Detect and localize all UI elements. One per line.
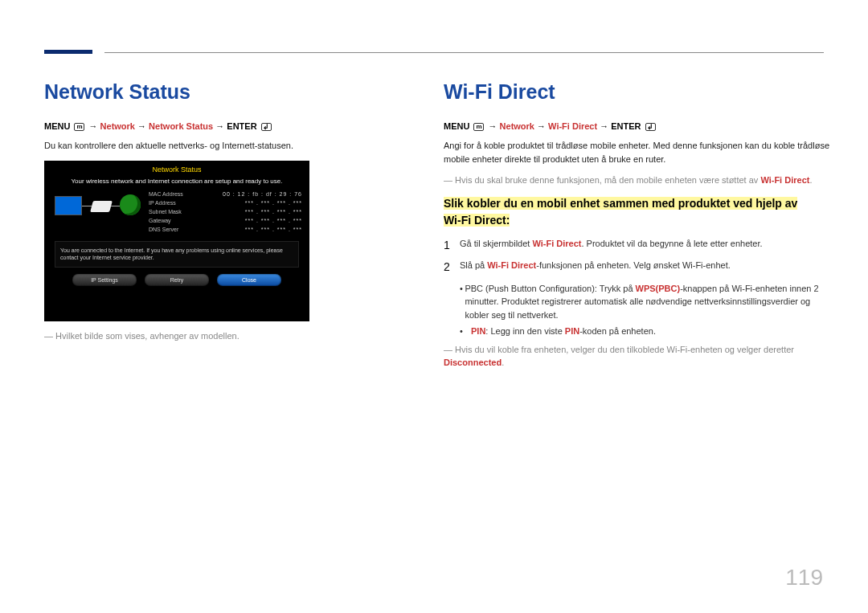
ss-title: Network Status (45, 161, 309, 176)
heading-wifi-direct: Wi-Fi Direct (444, 80, 829, 104)
menu-icon: m (473, 123, 484, 131)
tv-icon (55, 196, 82, 215)
ss-connection-diagram (51, 190, 144, 234)
bullet-list: PBC (Push Button Configuration): Trykk p… (460, 282, 829, 338)
subheading-connect: Slik kobler du en mobil enhet sammen med… (444, 195, 829, 229)
step-number: 2 (444, 259, 460, 276)
menu-item-network: Network (500, 121, 534, 131)
note-text: . (809, 175, 812, 185)
ss-subtitle: Your wireless network and Internet conne… (45, 176, 309, 190)
step-text: Slå på Wi-Fi Direct-funksjonen på enhete… (460, 259, 829, 276)
menu-suffix: ENTER (227, 121, 256, 131)
bullet-pbc: PBC (Push Button Configuration): Trykk p… (460, 282, 829, 322)
arrow-icon: → (537, 121, 546, 131)
ss-label: IP Address (149, 198, 197, 207)
heading-network-status: Network Status (44, 80, 422, 104)
ss-value: *** . *** . *** . *** (245, 225, 302, 234)
bullet-text: PBC (Push Button Configuration): Trykk p… (465, 282, 829, 322)
intro-text-left: Du kan kontrollere den aktuelle nettverk… (44, 139, 422, 153)
menu-item-network-status: Network Status (149, 121, 213, 131)
page-number: 119 (785, 565, 823, 591)
menu-path-left: MENU m → Network → Network Status → ENTE… (44, 121, 422, 131)
step-1: 1 Gå til skjermbildet Wi-Fi Direct. Prod… (444, 237, 829, 254)
router-icon (90, 201, 113, 212)
header-accent-bar (44, 50, 92, 54)
retry-button[interactable]: Retry (145, 274, 209, 286)
globe-icon (120, 194, 141, 215)
network-status-screenshot: Network Status Your wireless network and… (44, 161, 309, 321)
ss-value: 00 : 12 : fb : df : 29 : 76 (223, 190, 302, 198)
menu-item-network: Network (100, 121, 135, 131)
column-network-status: Network Status MENU m → Network → Networ… (44, 80, 422, 342)
enter-icon (645, 123, 656, 131)
ss-label: MAC Address (149, 190, 197, 198)
step-2: 2 Slå på Wi-Fi Direct-funksjonen på enhe… (444, 259, 829, 276)
arrow-icon: → (600, 121, 608, 131)
ss-message: You are connected to the Internet. If yo… (55, 241, 299, 268)
ss-info-table: MAC Address00 : 12 : fb : df : 29 : 76 I… (144, 190, 302, 235)
ss-value: *** . *** . *** . *** (245, 198, 302, 207)
ss-label: DNS Server (149, 225, 197, 234)
arrow-icon: → (137, 121, 146, 131)
intro-text-right: Angi for å koble produktet til trådløse … (444, 139, 829, 166)
menu-prefix: MENU (44, 121, 70, 131)
bullet-text: PIN: Legg inn den viste PIN-koden på enh… (471, 325, 656, 338)
menu-item-wifi-direct: Wi-Fi Direct (548, 121, 597, 131)
arrow-icon: → (489, 121, 497, 131)
ss-value: *** . *** . *** . *** (245, 216, 302, 225)
conn-line-icon (111, 206, 120, 206)
note-red: Disconnected (444, 358, 502, 367)
footnote-left: ― Hvilket bilde som vises, avhenger av m… (44, 329, 422, 343)
ip-settings-button[interactable]: IP Settings (72, 274, 137, 286)
highlighted-text: Wi-Fi Direct: (444, 214, 510, 227)
step-number: 1 (444, 237, 460, 254)
footnote-text: Hvilket bilde som vises, avhenger av mod… (55, 331, 240, 341)
menu-path-right: MENU m → Network → Wi-Fi Direct → ENTER (444, 121, 829, 131)
note-text: . (502, 358, 504, 367)
note-red: Wi-Fi Direct (760, 175, 809, 185)
ss-label: Subnet Mask (149, 207, 197, 216)
column-wifi-direct: Wi-Fi Direct MENU m → Network → Wi-Fi Di… (444, 80, 829, 370)
ss-label: Gateway (149, 216, 197, 225)
enter-icon (261, 123, 272, 131)
note-text: Hvis du vil koble fra enheten, velger du… (455, 345, 794, 354)
close-button[interactable]: Close (217, 274, 281, 286)
menu-prefix: MENU (444, 121, 469, 131)
footnote-right-2: ― Hvis du vil koble fra enheten, velger … (444, 343, 829, 370)
bullet-pin: PIN: Legg inn den viste PIN-koden på enh… (460, 325, 829, 338)
menu-suffix: ENTER (611, 121, 641, 131)
header-rule (104, 52, 824, 53)
footnote-right-1: ― Hvis du skal bruke denne funksjonen, m… (444, 174, 829, 187)
arrow-icon: → (215, 121, 224, 131)
conn-line-icon (82, 206, 92, 206)
step-text: Gå til skjermbildet Wi-Fi Direct. Produk… (460, 237, 829, 254)
highlighted-text: Slik kobler du en mobil enhet sammen med… (444, 197, 797, 210)
note-text: Hvis du skal bruke denne funksjonen, må … (455, 175, 760, 185)
arrow-icon: → (89, 121, 98, 131)
ss-value: *** . *** . *** . *** (245, 207, 302, 216)
menu-icon: m (74, 123, 84, 131)
